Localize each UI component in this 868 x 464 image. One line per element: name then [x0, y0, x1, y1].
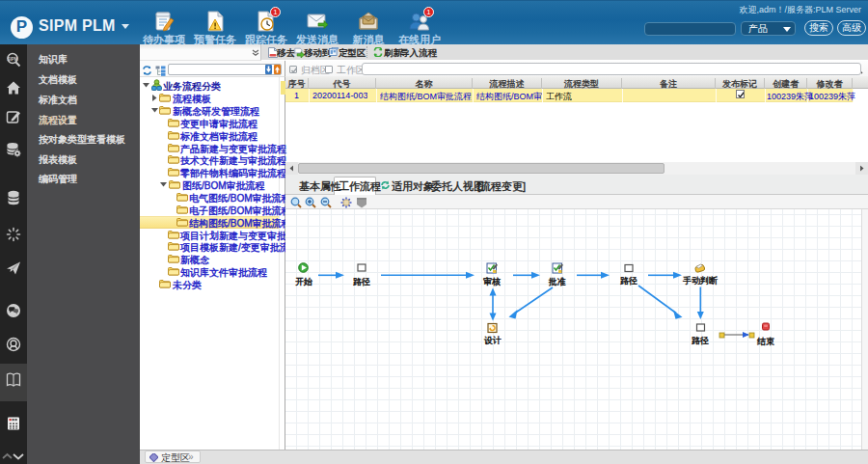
svg-text:SIPM: SIPM: [7, 57, 17, 62]
